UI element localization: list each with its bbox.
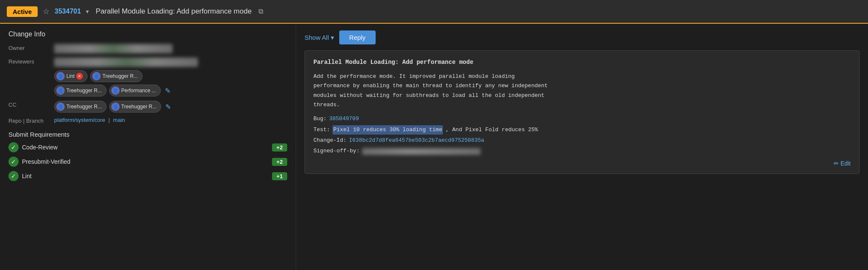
reviewer-avatar-lint: 👤 — [56, 72, 65, 80]
reviewer-name-lint: Lint — [66, 73, 74, 79]
cc-avatar-1: 👤 — [56, 102, 65, 111]
reviewers-chips: 👤 Lint ✕ 👤 Treehugger R... 👤 Treehugger — [54, 70, 287, 96]
show-all-chevron: ▾ — [331, 34, 334, 41]
commit-title: Parallel Module Loading: Add performance… — [313, 58, 851, 67]
commit-bug-row: Bug: 385049709 — [313, 115, 851, 124]
owner-label: Owner — [8, 44, 51, 51]
edit-button[interactable]: ✏ Edit — [834, 160, 851, 167]
show-all-button[interactable]: Show All ▾ — [305, 34, 334, 41]
submit-requirements-title: Submit Requirements — [8, 131, 287, 138]
cc-avatar-2: 👤 — [111, 102, 120, 111]
changeid-link[interactable]: I638bc2d7d8fea6457be503c2b7aecd975250835… — [349, 136, 484, 145]
cc-edit-icon[interactable]: ✎ — [165, 103, 171, 111]
commit-signedoff-row: Signed-off-by: — [313, 147, 851, 156]
repo-branch-separator: | — [108, 117, 110, 123]
reviewers-row-2: 👤 Treehugger R... 👤 Performance ... ✎ — [54, 85, 287, 96]
reviewers-label: Reviewers — [8, 58, 51, 65]
change-dropdown-icon[interactable]: ▾ — [86, 8, 89, 15]
req-check-presubmit: ✓ — [8, 157, 19, 167]
test-suffix: , And Pixel Fold reduces 25% — [445, 126, 538, 135]
change-info-title: Change Info — [8, 30, 287, 38]
req-presubmit: ✓ Presubmit-Verified +2 — [8, 157, 287, 167]
left-panel: Change Info Owner Reviewers 👤 Lint ✕ — [0, 24, 296, 270]
commit-changeid-row: Change-Id: I638bc2d7d8fea6457be503c2b7ae… — [313, 136, 851, 145]
test-highlight: Pixel 10 reduces 30% loading time — [332, 125, 443, 135]
reviewers-row: Reviewers 👤 Lint ✕ 👤 Treehugger R... — [8, 58, 287, 96]
bug-link[interactable]: 385049709 — [329, 115, 359, 124]
cc-name-2: Treehugger R... — [121, 104, 157, 110]
reviewer-avatar-treehugger2: 👤 — [56, 86, 65, 95]
owner-row: Owner — [8, 44, 287, 53]
reviewer-name-performance: Performance ... — [121, 88, 156, 94]
reviewers-row-1: 👤 Lint ✕ 👤 Treehugger R... — [54, 70, 287, 82]
reviewers-value: 👤 Lint ✕ 👤 Treehugger R... 👤 Treehugger — [54, 58, 287, 96]
cc-row: CC 👤 Treehugger R... 👤 Treehugger R... ✎ — [8, 101, 287, 113]
reviewer-chip-treehugger2[interactable]: 👤 Treehugger R... — [54, 85, 107, 96]
change-number-link[interactable]: 3534701 — [55, 8, 81, 15]
req-check-code-review: ✓ — [8, 142, 19, 152]
right-panel: Show All ▾ Reply Parallel Module Loading… — [296, 24, 868, 270]
reviewer-name-treehugger2: Treehugger R... — [66, 88, 102, 94]
req-label-code-review: Code-Review — [22, 144, 58, 151]
copy-icon[interactable]: ⧉ — [258, 8, 263, 15]
signedoff-label: Signed-off-by: — [313, 147, 360, 156]
owner-avatar-blur — [54, 44, 173, 53]
cc-name-1: Treehugger R... — [66, 104, 102, 110]
right-top-row: Show All ▾ Reply — [305, 30, 860, 44]
commit-meta: Bug: 385049709 Test: Pixel 10 reduces 30… — [313, 115, 851, 156]
req-label-presubmit: Presubmit-Verified — [22, 158, 70, 165]
header-bar: Active ☆ 3534701 ▾ Parallel Module Loadi… — [0, 0, 868, 24]
reviewers-top-blur — [54, 58, 198, 67]
branch-link[interactable]: main — [113, 117, 125, 123]
req-code-review: ✓ Code-Review +2 — [8, 142, 287, 152]
reviewer-avatar-treehugger1: 👤 — [92, 72, 101, 80]
bug-label: Bug: — [313, 115, 327, 124]
reviewer-chip-performance[interactable]: 👤 Performance ... — [109, 85, 161, 96]
commit-box-footer: ✏ Edit — [313, 160, 851, 167]
active-badge: Active — [7, 6, 38, 17]
owner-value — [54, 44, 287, 53]
cc-value: 👤 Treehugger R... 👤 Treehugger R... ✎ — [54, 101, 287, 113]
cc-chips: 👤 Treehugger R... 👤 Treehugger R... ✎ — [54, 101, 287, 113]
signedoff-value-blur — [362, 148, 481, 155]
commit-test-row: Test: Pixel 10 reduces 30% loading time … — [313, 125, 851, 135]
req-score-lint: +1 — [272, 172, 287, 180]
reviewer-name-treehugger1: Treehugger R... — [102, 73, 138, 79]
main-content: Change Info Owner Reviewers 👤 Lint ✕ — [0, 24, 868, 270]
test-label: Test: — [313, 126, 330, 135]
header-title: Parallel Module Loading: Add performance… — [96, 7, 252, 16]
req-check-lint: ✓ — [8, 171, 19, 181]
star-icon[interactable]: ☆ — [43, 7, 49, 16]
reviewer-chip-treehugger1[interactable]: 👤 Treehugger R... — [90, 70, 143, 82]
changeid-label: Change-Id: — [313, 136, 346, 145]
reviewers-edit-icon[interactable]: ✎ — [165, 87, 170, 95]
commit-message-box: Parallel Module Loading: Add performance… — [305, 50, 860, 174]
reviewer-avatar-performance: 👤 — [111, 86, 120, 95]
cc-label: CC — [8, 101, 51, 108]
req-label-lint: Lint — [22, 173, 32, 179]
reviewer-chip-lint[interactable]: 👤 Lint ✕ — [54, 70, 88, 82]
repo-branch-value: platform/system/core | main — [54, 117, 287, 123]
cc-chip-1[interactable]: 👤 Treehugger R... — [54, 101, 107, 113]
req-lint: ✓ Lint +1 — [8, 171, 287, 181]
commit-body: Add the performance mode. It improved pa… — [313, 72, 851, 109]
reviewer-status-lint: ✕ — [76, 73, 83, 80]
req-score-code-review: +2 — [272, 143, 287, 152]
repo-branch-row: Repo | Branch platform/system/core | mai… — [8, 117, 287, 124]
repo-link[interactable]: platform/system/core — [54, 117, 105, 123]
repo-branch-label: Repo | Branch — [8, 117, 51, 124]
show-all-label: Show All — [305, 34, 329, 41]
cc-chip-2[interactable]: 👤 Treehugger R... — [109, 101, 162, 113]
edit-icon: ✏ — [834, 160, 839, 167]
reply-button[interactable]: Reply — [339, 30, 376, 44]
edit-label: Edit — [841, 160, 851, 167]
req-score-presubmit: +2 — [272, 158, 287, 166]
